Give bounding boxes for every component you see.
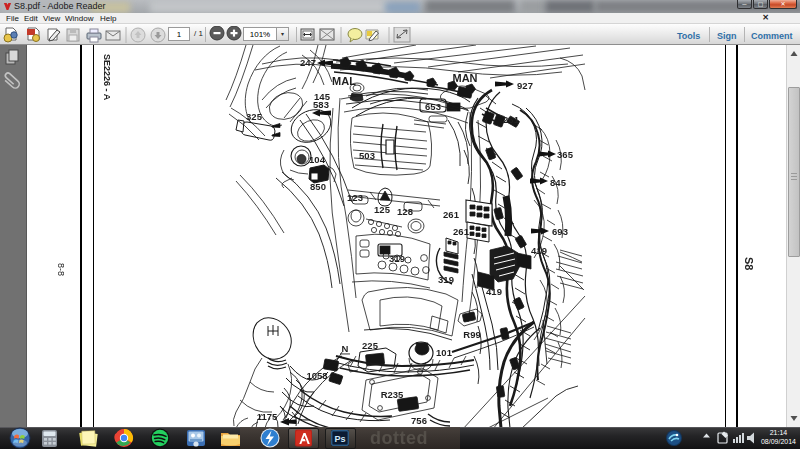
svg-text:325: 325 — [246, 111, 263, 122]
svg-text:MAN: MAN — [452, 72, 477, 84]
svg-text:1058: 1058 — [306, 370, 327, 381]
svg-text:R99: R99 — [463, 329, 480, 340]
svg-text:583: 583 — [313, 99, 329, 110]
svg-text:419: 419 — [531, 245, 547, 256]
svg-text:N: N — [342, 343, 349, 354]
svg-text:365: 365 — [557, 149, 574, 160]
svg-text:101: 101 — [436, 347, 453, 358]
svg-text:927: 927 — [517, 80, 533, 91]
svg-text:125: 125 — [374, 204, 391, 215]
svg-text:1175: 1175 — [257, 411, 278, 422]
svg-text:MAL: MAL — [332, 75, 356, 87]
svg-text:R235: R235 — [381, 389, 404, 400]
svg-text:419: 419 — [486, 286, 502, 297]
svg-text:319: 319 — [438, 274, 454, 285]
svg-text:756: 756 — [411, 415, 427, 426]
svg-text:503: 503 — [359, 150, 375, 161]
svg-text:653: 653 — [425, 101, 441, 112]
svg-text:261: 261 — [503, 114, 520, 125]
svg-text:247: 247 — [300, 57, 316, 68]
svg-text:123: 123 — [347, 192, 363, 203]
svg-text:693: 693 — [552, 226, 568, 237]
svg-text:261: 261 — [453, 226, 470, 237]
svg-text:128: 128 — [397, 206, 413, 217]
svg-text:261: 261 — [443, 209, 460, 220]
svg-text:319: 319 — [389, 253, 405, 264]
svg-text:845: 845 — [550, 177, 567, 188]
svg-text:Ps: Ps — [334, 434, 345, 444]
svg-text:104: 104 — [309, 154, 326, 165]
svg-text:225: 225 — [362, 340, 379, 351]
svg-text:850: 850 — [310, 181, 326, 192]
